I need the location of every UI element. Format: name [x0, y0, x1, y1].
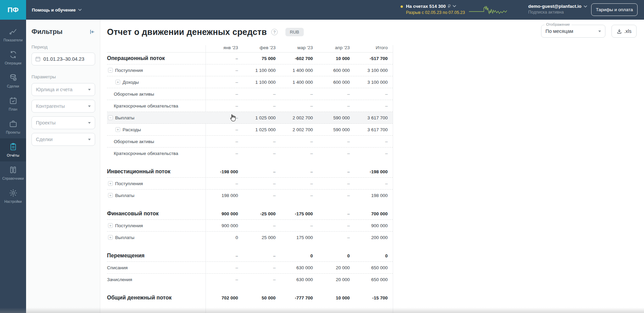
column-header: янв '23	[206, 45, 238, 52]
filter-select-proekty[interactable]: Проекты	[31, 116, 95, 129]
row-label: Инвестиционный поток	[107, 169, 170, 175]
sidebar-item-spravochniki[interactable]: Справочники	[0, 161, 26, 184]
table-row[interactable]: +Доходы–1 100 0001 400 000600 0003 100 0…	[107, 76, 393, 88]
balance-text: На счетах 514 300	[406, 4, 446, 9]
cell-value: 1 100 000	[238, 68, 276, 73]
cell-value: –	[238, 223, 276, 228]
expand-row-icon[interactable]: +	[108, 193, 113, 198]
filter-placeholder: Контрагенты	[36, 103, 65, 109]
sidebar-item-otchety[interactable]: Отчёты	[0, 138, 26, 161]
expand-row-icon[interactable]: +	[108, 235, 113, 240]
table-row[interactable]: +Выплаты025 000175 000–200 000	[107, 232, 393, 243]
filter-select-kontragenty[interactable]: Контрагенты	[31, 100, 95, 113]
filter-select-sdelki[interactable]: Сделки	[31, 133, 95, 146]
table-row[interactable]: Инвестиционный поток-198 000–––-198 000	[107, 166, 393, 178]
table-row[interactable]: Оборотные активы–––––	[107, 88, 393, 100]
table-row[interactable]: Краткосрочные обязательства–––––	[107, 148, 393, 159]
cell-value: –	[313, 151, 350, 156]
cell-value: 702 000	[206, 295, 238, 300]
sidebar-item-proekty[interactable]: Проекты	[0, 115, 26, 138]
help-icon[interactable]: ?	[271, 29, 278, 35]
chevron-down-icon	[584, 5, 587, 7]
help-menu[interactable]: Помощь и обучение	[32, 0, 82, 20]
cash-gap-warning: Разрыв с 02.05.23 по 07.05.23	[406, 10, 465, 15]
sidebar-item-nastroyki[interactable]: Настройки	[0, 184, 26, 208]
display-mode-select[interactable]: Отображение По месяцам	[541, 25, 605, 38]
cell-value: –	[206, 103, 238, 109]
table-row[interactable]: Зачисления––630 00020 000650 000	[107, 274, 393, 286]
row-label: Зачисления	[107, 277, 132, 282]
expand-row-icon[interactable]: +	[108, 223, 113, 228]
cell-value: –	[276, 181, 313, 186]
cell-value: –	[238, 92, 276, 97]
table-row[interactable]: Общий денежный поток702 00050 000-777 70…	[107, 292, 393, 304]
expand-row-icon[interactable]: +	[115, 127, 120, 132]
database-check-icon	[9, 73, 18, 82]
table-row[interactable]: +Выплаты198 000–––198 000	[107, 190, 393, 201]
sidebar: ПоказателиОперацииСделкиПланПроектыОтчёт…	[0, 20, 26, 313]
user-email-label: demo-guest@planfact.io	[528, 4, 581, 9]
cell-value: –	[206, 253, 238, 258]
cell-value: -15 700	[350, 295, 393, 300]
cell-value: –	[238, 181, 276, 186]
sidebar-item-sdelki[interactable]: Сделки	[0, 69, 26, 92]
filter-select-yurlica[interactable]: Юрлица и счета	[31, 83, 95, 96]
cell-value: –	[313, 181, 350, 186]
cell-value: –	[238, 139, 276, 144]
table-row[interactable]: Краткосрочные обязательства–––––	[107, 100, 393, 112]
expand-row-icon[interactable]: +	[108, 181, 113, 186]
collapse-panel-icon[interactable]	[89, 29, 95, 35]
table-row[interactable]: Списания––630 00020 000650 000	[107, 262, 393, 274]
cell-value: –	[350, 151, 393, 156]
tariffs-button[interactable]: Тарифы и оплата	[591, 3, 638, 16]
calendar-check-icon	[9, 96, 18, 105]
cell-value: 900 000	[350, 223, 393, 228]
period-input[interactable]: 01.01.23–30.04.23	[31, 53, 95, 65]
collapse-row-icon[interactable]: −	[108, 115, 113, 120]
clipboard-icon	[9, 142, 18, 151]
cell-value: –	[313, 92, 350, 97]
sidebar-item-plan[interactable]: План	[0, 92, 26, 115]
cell-value: –	[238, 151, 276, 156]
page-title: Отчет о движении денежных средств	[107, 27, 267, 37]
collapse-row-icon[interactable]: −	[108, 68, 113, 73]
row-label: Выплаты	[115, 115, 134, 120]
user-menu[interactable]: demo-guest@planfact.io Подписка активна	[528, 4, 587, 15]
sidebar-item-label: План	[9, 107, 17, 111]
filter-placeholder: Проекты	[36, 120, 56, 125]
table-row[interactable]: +Поступления900 000–––900 000	[107, 220, 393, 232]
briefcase-icon	[9, 119, 18, 128]
table-row[interactable]: +Поступления–––––	[107, 178, 393, 190]
column-header: Итого	[350, 45, 393, 52]
table-row[interactable]: +Расходы–1 025 0002 002 700590 0003 617 …	[107, 124, 393, 136]
app-logo[interactable]: ПФ	[0, 0, 26, 20]
cell-value: –	[276, 92, 313, 97]
cell-value: –	[206, 56, 238, 61]
sidebar-item-pokazateli[interactable]: Показатели	[0, 23, 26, 46]
accounts-balance-widget[interactable]: На счетах 514 300 ₽ Разрыв с 02.05.23 по…	[401, 3, 465, 15]
cell-value: –	[238, 277, 276, 282]
cell-value: –	[276, 223, 313, 228]
cell-value: 590 000	[313, 127, 350, 132]
table-row[interactable]: Операционный поток–75 000-602 70010 000-…	[107, 53, 393, 64]
cell-value: 0	[206, 235, 238, 240]
cell-value: –	[313, 139, 350, 144]
export-xls-button[interactable]: .xls	[611, 25, 637, 38]
cell-value: 2 002 700	[276, 115, 313, 120]
chevron-down-icon	[453, 5, 456, 7]
table-row[interactable]: Оборотные активы–––––	[107, 136, 393, 148]
cell-value: 20 000	[313, 265, 350, 270]
cell-value: -175 000	[276, 211, 313, 216]
table-row[interactable]: Финансовый поток900 000-25 000-175 000–7…	[107, 208, 393, 220]
sidebar-item-operacii[interactable]: Операции	[0, 46, 26, 69]
expand-row-icon[interactable]: +	[115, 80, 120, 84]
cell-value: –	[206, 127, 238, 132]
table-row[interactable]: −Выплаты–1 025 0002 002 700590 0003 617 …	[107, 112, 393, 124]
cell-value: –	[206, 68, 238, 73]
table-row[interactable]: Перемещения––000	[107, 250, 393, 262]
row-label: Поступления	[115, 181, 143, 186]
table-row[interactable]: −Поступления–1 100 0001 400 000600 0003 …	[107, 64, 393, 76]
table-divider	[393, 45, 393, 313]
row-label: Выплаты	[115, 193, 134, 198]
cell-value: 198 000	[206, 193, 238, 198]
